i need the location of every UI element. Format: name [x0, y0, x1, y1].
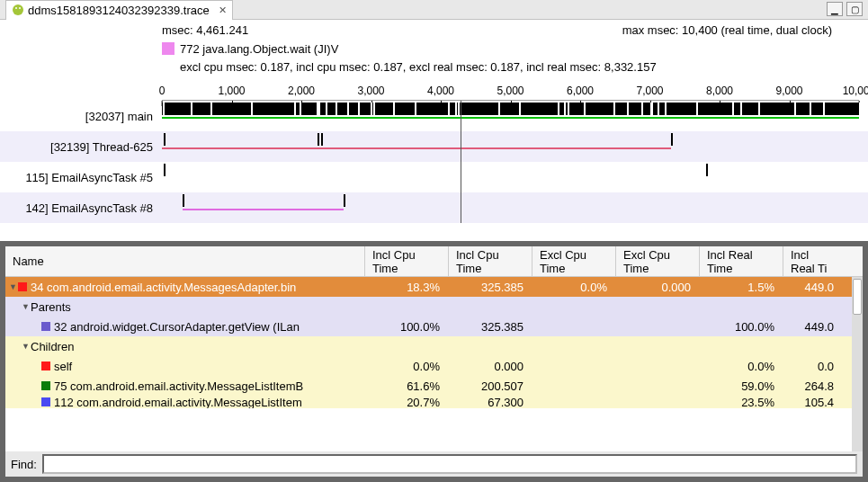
color-swatch	[41, 322, 50, 331]
thread-label: 115] EmailAsyncTask #5	[0, 162, 162, 192]
cell: 0.0	[783, 360, 837, 373]
method-name: 772 java.lang.Object.wait (JI)V	[180, 42, 338, 56]
table-row[interactable]: ▼Parents	[5, 297, 863, 317]
track-row[interactable]: [32037] main	[0, 101, 868, 131]
table-row[interactable]: self0.0%0.0000.0%0.0	[5, 356, 863, 376]
minimize-button[interactable]: ▁	[827, 2, 843, 16]
find-bar: Find:	[5, 451, 863, 477]
playhead[interactable]	[461, 101, 461, 223]
cell: 61.6%	[365, 379, 449, 393]
cell: 200.507	[449, 379, 532, 393]
track-row[interactable]: [32139] Thread-625	[0, 131, 868, 162]
cell-name: ▼Children	[5, 340, 365, 353]
track-row[interactable]: 142] EmailAsyncTask #8	[0, 192, 868, 223]
ruler-tick: 6,000	[567, 85, 594, 97]
column-header[interactable]: Name	[5, 246, 365, 276]
info-row: msec: 4,461.241 max msec: 10,400 (real t…	[0, 20, 868, 40]
time-ruler: 01,0002,0003,0004,0005,0006,0007,0008,00…	[162, 76, 859, 101]
column-header[interactable]: Excl Cpu Time	[616, 246, 700, 276]
table-body: ▼34 com.android.email.activity.MessagesA…	[5, 277, 863, 408]
profile-table-wrap: NameIncl Cpu TimeIncl Cpu TimeExcl Cpu T…	[0, 241, 868, 482]
ruler-tick: 4,000	[427, 85, 454, 97]
msec-label: msec: 4,461.241	[162, 23, 248, 37]
cell: 0.0%	[365, 360, 449, 373]
find-input[interactable]	[42, 454, 857, 474]
cell: 325.385	[449, 320, 532, 334]
ruler-tick: 10,000	[843, 85, 868, 97]
svg-point-2	[19, 7, 21, 9]
close-icon[interactable]: ✕	[219, 4, 227, 16]
thread-lane[interactable]	[162, 192, 859, 223]
cell: 67.300	[449, 396, 532, 408]
cell-name: 75 com.android.email.activity.MessageLis…	[5, 379, 365, 393]
ruler-tick: 7,000	[636, 85, 663, 97]
method-color-swatch	[162, 42, 174, 55]
cell: 0.000	[616, 281, 700, 294]
timing-detail: excl cpu msec: 0.187, incl cpu msec: 0.1…	[180, 60, 657, 74]
cell: 18.3%	[365, 281, 449, 294]
chevron-down-icon[interactable]: ▼	[22, 302, 31, 311]
tab-title: ddms1581893124032392339.trace	[28, 4, 210, 17]
thread-label: 142] EmailAsyncTask #8	[0, 192, 162, 223]
column-header[interactable]: Excl Cpu Time	[532, 246, 616, 276]
maximize-button[interactable]: ▢	[846, 2, 863, 16]
table-row[interactable]: 75 com.android.email.activity.MessageLis…	[5, 376, 863, 396]
cell: 1.5%	[700, 281, 783, 294]
thread-lane[interactable]	[162, 101, 859, 131]
cell: 449.0	[783, 320, 837, 334]
cell: 325.385	[449, 281, 532, 294]
thread-label: [32139] Thread-625	[0, 131, 162, 162]
ruler-tick: 3,000	[357, 85, 384, 97]
cell: 100.0%	[700, 320, 783, 334]
android-icon	[12, 4, 24, 16]
table-row[interactable]: 112 com.android.email.activity.MessageLi…	[5, 396, 863, 408]
cell: 264.8	[783, 379, 837, 393]
profile-table: NameIncl Cpu TimeIncl Cpu TimeExcl Cpu T…	[5, 246, 863, 451]
find-label: Find:	[11, 458, 37, 471]
svg-point-1	[15, 7, 17, 9]
table-header[interactable]: NameIncl Cpu TimeIncl Cpu TimeExcl Cpu T…	[5, 246, 863, 277]
color-swatch	[41, 397, 50, 406]
ruler-tick: 1,000	[218, 85, 245, 97]
window-controls: ▁ ▢	[827, 2, 863, 16]
column-header[interactable]: Incl Cpu Time	[449, 246, 532, 276]
timing-info: excl cpu msec: 0.187, incl cpu msec: 0.1…	[0, 58, 868, 76]
cell-name: 112 com.android.email.activity.MessageLi…	[5, 396, 365, 408]
max-msec-label: max msec: 10,400 (real time, dual clock)	[622, 23, 832, 37]
table-row[interactable]: ▼34 com.android.email.activity.MessagesA…	[5, 277, 863, 297]
column-header[interactable]: Incl Cpu Time	[365, 246, 449, 276]
color-swatch	[18, 282, 27, 291]
chevron-down-icon[interactable]: ▼	[22, 342, 31, 351]
cell: 20.7%	[365, 396, 449, 408]
ruler-tick: 2,000	[288, 85, 315, 97]
cell: 0.0%	[700, 360, 783, 373]
thread-label: [32037] main	[0, 101, 162, 131]
cell: 23.5%	[700, 396, 783, 408]
cell-name: self	[5, 360, 365, 373]
column-header[interactable]: Incl Real Ti	[783, 246, 837, 276]
chevron-down-icon[interactable]: ▼	[9, 282, 18, 291]
table-row[interactable]: ▼Children	[5, 336, 863, 356]
column-header[interactable]: Incl Real Time	[700, 246, 783, 276]
cell-name: ▼34 com.android.email.activity.MessagesA…	[5, 281, 365, 294]
color-swatch	[41, 381, 50, 390]
cell: 449.0	[783, 281, 837, 294]
method-row: 772 java.lang.Object.wait (JI)V	[0, 40, 868, 58]
cell-name: ▼Parents	[5, 300, 365, 314]
vertical-scrollbar[interactable]	[852, 277, 863, 451]
track-row[interactable]: 115] EmailAsyncTask #5	[0, 162, 868, 192]
cell: 105.4	[783, 396, 837, 408]
timeline-tracks[interactable]: [32037] main[32139] Thread-625115] Email…	[0, 101, 868, 223]
thread-lane[interactable]	[162, 131, 859, 162]
cell: 59.0%	[700, 379, 783, 393]
cell: 0.000	[449, 360, 532, 373]
scrollbar-thumb[interactable]	[853, 279, 862, 315]
tab-bar: ddms1581893124032392339.trace ✕ ▁ ▢	[0, 0, 868, 20]
ruler-tick: 8,000	[706, 85, 733, 97]
ruler-tick: 5,000	[497, 85, 523, 97]
cell: 100.0%	[365, 320, 449, 334]
table-row[interactable]: 32 android.widget.CursorAdapter.getView …	[5, 317, 863, 336]
thread-lane[interactable]	[162, 162, 859, 192]
tab-ddms-trace[interactable]: ddms1581893124032392339.trace ✕	[5, 0, 233, 20]
cell-name: 32 android.widget.CursorAdapter.getView …	[5, 320, 365, 334]
